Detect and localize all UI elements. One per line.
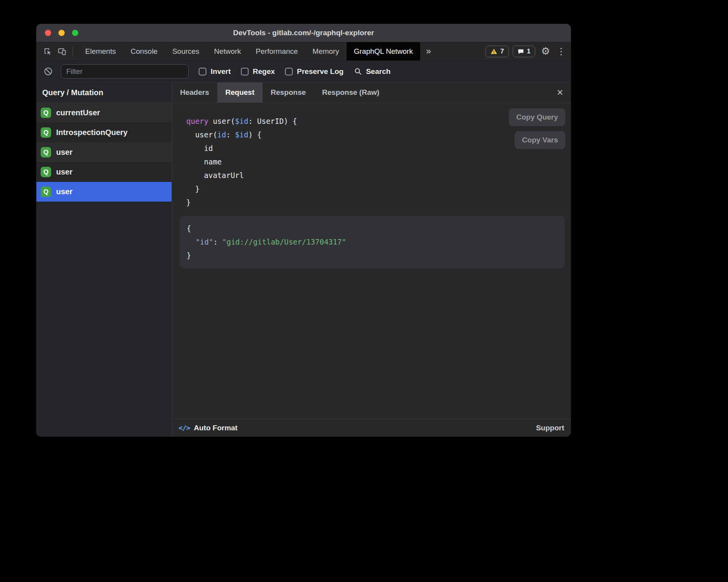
invert-checkbox[interactable]: Invert xyxy=(199,67,231,76)
detail-footer: </> Auto Format Support xyxy=(172,419,571,436)
regex-checkbox[interactable]: Regex xyxy=(241,67,275,76)
message-count: 1 xyxy=(527,48,531,55)
auto-format-button[interactable]: Auto Format xyxy=(194,424,238,432)
query-type-badge: Q xyxy=(41,108,51,118)
detail-tab-strip: HeadersRequestResponseResponse (Raw) × xyxy=(172,82,571,103)
query-list-item[interactable]: Quser xyxy=(36,182,172,202)
code-line: query user($id: UserID) { xyxy=(186,115,565,128)
device-toolbar-icon[interactable] xyxy=(55,45,69,58)
warning-icon xyxy=(490,48,498,55)
kebab-menu-icon[interactable]: ⋮ xyxy=(556,46,566,57)
window-title: DevTools - gitlab.com/-/graphql-explorer xyxy=(36,29,571,37)
settings-gear-icon[interactable]: ⚙ xyxy=(539,45,552,57)
code-brackets-icon: </> xyxy=(179,424,190,432)
checkbox-box-icon xyxy=(199,68,206,75)
warning-count: 7 xyxy=(500,48,504,55)
query-list-item[interactable]: QIntrospectionQuery xyxy=(36,123,172,142)
warnings-badge[interactable]: 7 xyxy=(486,46,508,57)
filter-input[interactable] xyxy=(61,64,189,79)
devtools-tool-icons xyxy=(36,42,78,60)
preserve-log-checkbox[interactable]: Preserve Log xyxy=(285,67,343,76)
detail-tabs: HeadersRequestResponseResponse (Raw) xyxy=(172,82,388,103)
devtools-tab-elements[interactable]: Elements xyxy=(78,42,123,60)
devtools-tab-network[interactable]: Network xyxy=(207,42,249,60)
query-name-label: user xyxy=(56,187,72,196)
titlebar: DevTools - gitlab.com/-/graphql-explorer xyxy=(36,24,571,42)
regex-label: Regex xyxy=(253,67,275,76)
devtools-window: DevTools - gitlab.com/-/graphql-explorer… xyxy=(36,24,571,436)
query-type-badge: Q xyxy=(41,127,51,138)
search-icon xyxy=(354,67,362,76)
invert-label: Invert xyxy=(211,67,231,76)
block-clear-icon[interactable] xyxy=(43,67,53,77)
close-panel-icon[interactable]: × xyxy=(549,87,571,98)
preserve-log-label: Preserve Log xyxy=(297,67,343,76)
query-sidebar: Query / Mutation QcurrentUserQIntrospect… xyxy=(36,82,172,436)
devtools-tabbar: ElementsConsoleSourcesNetworkPerformance… xyxy=(36,42,571,60)
more-tabs-button[interactable]: » xyxy=(420,42,437,60)
variables-code: { "id": "gid://gitlab/User/13704317"} xyxy=(187,222,558,262)
close-window-button[interactable] xyxy=(45,30,51,36)
sidebar-header: Query / Mutation xyxy=(36,82,172,103)
code-line: } xyxy=(186,182,565,196)
checkbox-box-icon xyxy=(241,68,249,75)
query-name-label: user xyxy=(56,168,72,176)
toolbar-separator xyxy=(72,46,73,56)
detail-tab-response-raw[interactable]: Response (Raw) xyxy=(314,82,388,103)
copy-vars-button[interactable]: Copy Vars xyxy=(515,131,565,149)
devtools-tab-performance[interactable]: Performance xyxy=(248,42,305,60)
devtools-tab-console[interactable]: Console xyxy=(123,42,165,60)
devtools-tab-graphql-network[interactable]: GraphQL Network xyxy=(347,42,420,60)
filter-toolbar: Invert Regex Preserve Log Search xyxy=(36,60,571,82)
code-line: { xyxy=(187,222,558,235)
code-line: } xyxy=(186,196,565,209)
devtools-tab-memory[interactable]: Memory xyxy=(305,42,347,60)
detail-tab-headers[interactable]: Headers xyxy=(172,82,217,103)
detail-tab-request[interactable]: Request xyxy=(217,82,263,103)
copy-buttons: Copy Query Copy Vars xyxy=(509,108,565,149)
detail-panel: HeadersRequestResponseResponse (Raw) × q… xyxy=(172,82,571,436)
code-line: avatarUrl xyxy=(186,169,565,182)
code-line: user(id: $id) { xyxy=(186,128,565,142)
traffic-lights xyxy=(36,30,78,36)
code-line: name xyxy=(186,155,565,169)
search-label: Search xyxy=(366,67,390,76)
checkbox-box-icon xyxy=(285,68,293,75)
variables-box: { "id": "gid://gitlab/User/13704317"} xyxy=(180,216,565,268)
query-code: query user($id: UserID) { user(id: $id) … xyxy=(180,115,565,209)
query-type-badge: Q xyxy=(41,147,51,157)
inspect-element-icon[interactable] xyxy=(41,45,54,58)
messages-badge[interactable]: 1 xyxy=(513,46,535,57)
zoom-window-button[interactable] xyxy=(72,30,78,36)
copy-query-button[interactable]: Copy Query xyxy=(509,108,565,126)
query-type-badge: Q xyxy=(41,187,51,197)
query-name-label: user xyxy=(56,148,72,157)
query-list-item[interactable]: Quser xyxy=(36,142,172,162)
query-name-label: currentUser xyxy=(56,108,100,117)
code-line: "id": "gid://gitlab/User/13704317" xyxy=(187,235,558,249)
query-list-item[interactable]: QcurrentUser xyxy=(36,103,172,123)
minimize-window-button[interactable] xyxy=(58,30,65,36)
devtools-tab-sources[interactable]: Sources xyxy=(165,42,207,60)
query-name-label: IntrospectionQuery xyxy=(56,128,127,137)
tabbar-right-cluster: 7 1 ⚙ ⋮ xyxy=(486,42,571,60)
query-list-item[interactable]: Quser xyxy=(36,162,172,182)
support-link[interactable]: Support xyxy=(536,424,564,432)
message-bubble-icon xyxy=(517,48,524,55)
search-control[interactable]: Search xyxy=(354,67,390,76)
main-split: Query / Mutation QcurrentUserQIntrospect… xyxy=(36,82,571,436)
devtools-tab-strip: ElementsConsoleSourcesNetworkPerformance… xyxy=(78,42,420,60)
request-pane: query user($id: UserID) { user(id: $id) … xyxy=(172,103,571,419)
detail-tab-response[interactable]: Response xyxy=(263,82,314,103)
code-line: id xyxy=(186,142,565,155)
query-type-badge: Q xyxy=(41,167,51,177)
query-list: QcurrentUserQIntrospectionQueryQuserQuse… xyxy=(36,103,172,436)
code-line: } xyxy=(187,249,558,262)
